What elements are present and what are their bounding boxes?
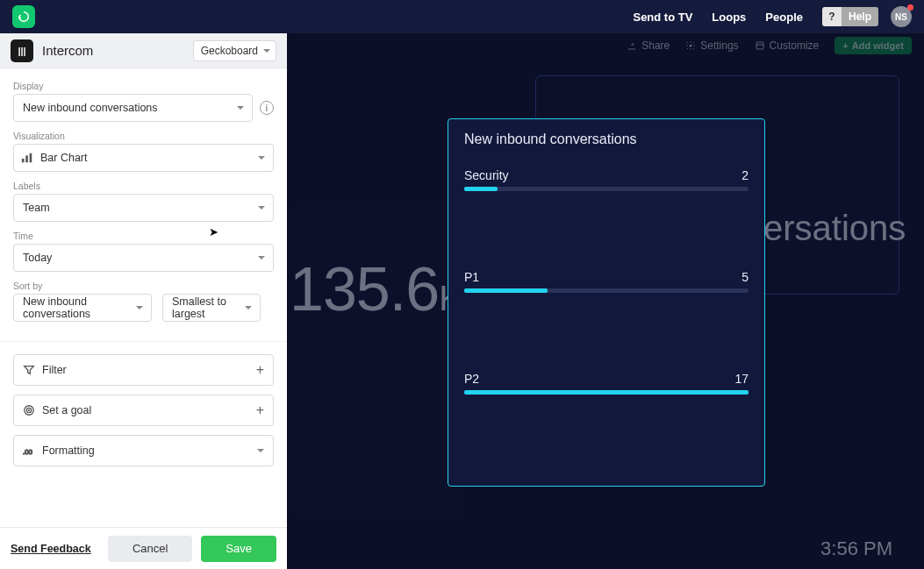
preview-widget[interactable]: New inbound conversations Security2P15P2… <box>448 118 765 487</box>
preview-title: New inbound conversations <box>464 132 749 147</box>
sort-label: Sort by <box>13 281 274 291</box>
labels-label: Labels <box>13 181 274 191</box>
chevron-down-icon <box>257 449 264 456</box>
user-avatar[interactable]: NS <box>891 6 912 27</box>
top-nav: Send to TV Loops People ? Help NS <box>0 0 924 33</box>
bar-fill <box>464 288 548 293</box>
help-group: ? Help <box>822 7 878 26</box>
nav-people[interactable]: People <box>765 11 803 24</box>
visualization-select[interactable]: Bar Chart <box>13 144 274 172</box>
svg-text:.00: .00 <box>23 448 33 456</box>
widget-editor-panel: ||| Intercom Geckoboard Display New inbo… <box>0 33 287 569</box>
bar-row: Security2 <box>464 168 749 191</box>
sort-direction-select[interactable]: Smallest to largest <box>162 294 261 322</box>
bar-value: 17 <box>734 372 749 386</box>
bar-category: P2 <box>464 372 479 386</box>
formatting-icon: .00 <box>23 445 35 457</box>
bar-category: P1 <box>464 270 479 284</box>
panel-source-title: Intercom <box>42 43 184 58</box>
help-button[interactable]: Help <box>842 7 878 26</box>
bar-chart-icon <box>21 152 33 164</box>
app-logo[interactable] <box>12 5 35 28</box>
bar-fill <box>464 390 749 395</box>
divider <box>0 341 287 342</box>
bar-category: Security <box>464 168 509 182</box>
svg-rect-4 <box>25 155 28 162</box>
filter-row[interactable]: Filter + <box>13 354 274 386</box>
viz-label: Visualization <box>13 131 274 141</box>
save-button[interactable]: Save <box>201 536 276 562</box>
viz-value: Bar Chart <box>40 152 88 164</box>
display-label: Display <box>13 81 274 91</box>
bar-track <box>464 187 749 191</box>
goal-label: Set a goal <box>42 404 91 416</box>
bar-value: 2 <box>741 168 749 182</box>
display-select[interactable]: New inbound conversations <box>13 94 253 122</box>
bar-value: 5 <box>741 270 749 284</box>
bar-fill <box>464 187 498 191</box>
panel-header: ||| Intercom Geckoboard <box>0 33 287 68</box>
bar-track <box>464 390 749 395</box>
labels-select[interactable]: Team <box>13 194 274 222</box>
info-icon[interactable]: i <box>260 101 274 115</box>
formatting-row[interactable]: .00 Formatting <box>13 435 274 466</box>
formatting-label: Formatting <box>42 445 95 457</box>
bar-row: P15 <box>464 270 749 293</box>
plus-icon: + <box>256 362 264 378</box>
bar-row: P217 <box>464 372 749 395</box>
goal-row[interactable]: Set a goal + <box>13 395 274 426</box>
help-question-button[interactable]: ? <box>822 7 842 26</box>
intercom-icon: ||| <box>11 39 33 62</box>
account-select[interactable]: Geckoboard <box>193 40 276 61</box>
target-icon <box>23 404 35 416</box>
time-label: Time <box>13 231 274 241</box>
bar-chart: Security2P15P217 <box>464 168 749 395</box>
bar-track <box>464 288 749 293</box>
plus-icon: + <box>256 402 264 418</box>
send-feedback-link[interactable]: Send Feedback <box>11 543 99 555</box>
cancel-button[interactable]: Cancel <box>108 536 192 562</box>
filter-label: Filter <box>42 364 67 376</box>
nav-loops[interactable]: Loops <box>712 11 746 24</box>
filter-icon <box>23 364 35 376</box>
svg-point-8 <box>29 410 30 411</box>
nav-send-to-tv[interactable]: Send to TV <box>633 11 692 24</box>
mouse-cursor: ➤ <box>209 225 218 238</box>
sort-field-select[interactable]: New inbound conversations <box>13 294 152 322</box>
svg-rect-3 <box>22 159 25 162</box>
panel-body: Display New inbound conversations i Visu… <box>0 68 287 527</box>
time-select[interactable]: Today <box>13 244 274 272</box>
panel-footer: Send Feedback Cancel Save <box>0 527 287 569</box>
svg-rect-5 <box>30 153 32 163</box>
